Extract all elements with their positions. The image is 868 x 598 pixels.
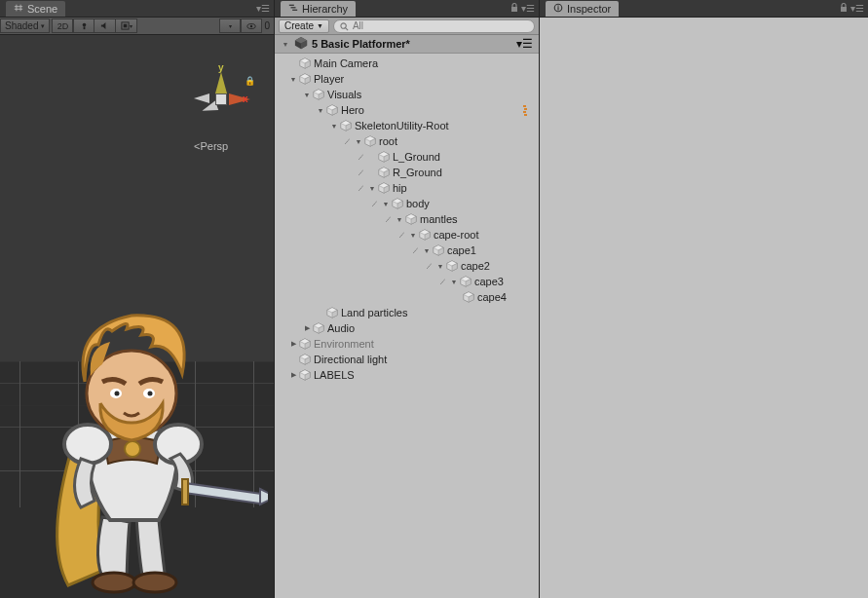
foldout-toggle[interactable] [422,245,432,255]
scene-viewport[interactable]: y x 🔒 <Persp [0,35,274,598]
svg-rect-45 [523,105,526,107]
svg-rect-27 [511,7,517,12]
scene-panel: Scene ▾☰ Shaded ▾ 2D ▾ ▾ 0 y x [0,0,275,598]
lock-icon[interactable] [839,3,849,15]
gameobject-icon [391,197,404,210]
hierarchy-search-field[interactable] [333,19,535,33]
svg-rect-46 [524,108,527,110]
search-icon [340,18,349,35]
scene-foldout[interactable] [281,39,290,49]
shading-mode-dropdown[interactable]: Shaded ▾ [0,19,50,33]
hierarchy-item[interactable]: ⟋cape2 [275,258,539,274]
hierarchy-item[interactable]: ⟋hip [275,180,539,196]
item-label: mantles [420,213,458,225]
search-input[interactable] [353,20,528,31]
foldout-toggle[interactable] [395,214,404,224]
hierarchy-item[interactable]: ⟋mantles [275,211,539,227]
fx-toggle[interactable]: ▾ [116,19,137,33]
gameobject-icon [377,166,391,179]
foldout-toggle[interactable] [449,277,459,286]
link-icon: ⟋ [343,136,353,146]
gizmo-lock-icon[interactable]: 🔒 [245,76,255,86]
create-button-label: Create [284,20,314,31]
foldout-toggle[interactable] [288,339,298,349]
hierarchy-item[interactable]: Main Camera [275,56,539,71]
gameobject-icon [339,119,353,132]
foldout-toggle[interactable] [288,370,298,380]
item-label: LABELS [314,369,355,381]
foldout-toggle[interactable] [381,199,391,208]
foldout-toggle[interactable] [302,323,312,333]
inspector-body [540,18,868,598]
hierarchy-item[interactable]: cape4 [275,289,539,305]
lighting-toggle[interactable] [73,19,94,33]
hierarchy-item[interactable]: ⟋L_Ground [275,149,539,165]
y-axis-cone[interactable] [215,72,227,93]
y-axis-label: y [218,62,224,73]
gameobject-icon [445,259,459,273]
foldout-toggle[interactable] [329,121,339,131]
panel-menu-icon[interactable]: ▾☰ [521,3,535,15]
panel-menu-icon[interactable]: ▾☰ [850,3,864,15]
item-label: R_Ground [393,167,442,178]
warning-icon [521,104,531,116]
foldout-toggle[interactable] [316,105,325,115]
svg-rect-3 [20,4,21,11]
scene-row[interactable]: 5 Basic Platformer* ▾☰ [275,35,539,54]
foldout-toggle[interactable] [288,74,298,84]
foldout-toggle[interactable] [408,230,418,240]
hierarchy-item[interactable]: Land particles [275,305,539,320]
item-label: hip [393,182,407,194]
create-button[interactable]: Create ▼ [279,19,329,33]
item-label: SkeletonUtility-Root [355,120,449,131]
hierarchy-item[interactable]: ⟋body [275,196,539,211]
hierarchy-item[interactable]: ⟋cape1 [275,243,539,258]
gameobject-icon [325,103,339,117]
item-label: body [406,198,430,209]
hierarchy-item[interactable]: Player [275,71,539,87]
audio-toggle[interactable] [94,19,116,33]
projection-label[interactable]: <Persp [194,140,228,152]
scene-tab-label: Scene [27,3,57,15]
hierarchy-item[interactable]: Directional light [275,352,539,367]
inspector-tab[interactable]: Inspector [546,1,619,17]
gameobject-icon [418,228,432,242]
hierarchy-item[interactable]: ⟋cape-root [275,227,539,243]
hierarchy-item[interactable]: ⟋R_Ground [275,165,539,180]
lock-icon[interactable] [509,3,519,15]
hero-character[interactable] [34,288,268,598]
foldout-toggle[interactable] [367,183,377,193]
gizmos-dropdown[interactable]: ▾ [219,19,241,33]
hierarchy-item[interactable]: ⟋root [275,133,539,149]
mode-2d-toggle[interactable]: 2D [52,19,73,33]
orientation-gizmo[interactable]: y x 🔒 <Persp [186,55,254,142]
foldout-toggle[interactable] [302,90,312,99]
item-label: Environment [314,338,374,350]
hierarchy-tab[interactable]: Hierarchy [281,1,356,17]
hierarchy-tab-icon [288,3,298,15]
gizmo-center[interactable] [215,93,227,105]
hierarchy-item[interactable]: SkeletonUtility-Root [275,118,539,133]
svg-point-28 [341,22,346,27]
hierarchy-item[interactable]: ⟋cape3 [275,274,539,289]
hierarchy-item[interactable]: LABELS [275,367,539,383]
hierarchy-item[interactable]: Audio [275,320,539,336]
left-axis-cone[interactable] [194,93,209,103]
svg-rect-47 [523,111,526,113]
inspector-panel: Inspector ▾☰ [540,0,868,598]
scene-context-menu-icon[interactable]: ▾☰ [516,37,533,51]
foldout-toggle[interactable] [435,261,445,271]
scene-tab[interactable]: Scene [6,1,65,17]
scene-tab-menu-icon[interactable]: ▾☰ [256,3,274,14]
foldout-toggle[interactable] [354,136,363,146]
scene-toolbar: Shaded ▾ 2D ▾ ▾ 0 [0,18,274,35]
item-label: Player [314,73,344,85]
hierarchy-item[interactable]: Environment [275,336,539,352]
visible-layers-button[interactable] [241,19,262,33]
svg-point-11 [93,573,135,592]
link-icon: ⟋ [357,152,366,162]
hierarchy-item[interactable]: Visuals [275,87,539,102]
hierarchy-item[interactable]: Hero [275,102,539,118]
unity-logo-icon [294,36,308,52]
inspector-tab-icon [553,3,563,15]
